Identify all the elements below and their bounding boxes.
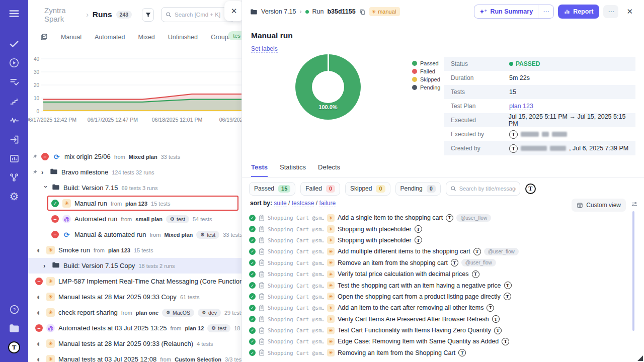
chevron-icon[interactable]: › bbox=[42, 186, 50, 191]
test-row[interactable]: Shopping Cart @sm… Add an item to the ca… bbox=[249, 302, 631, 313]
branch-icon[interactable] bbox=[0, 168, 28, 187]
filter-funnel-button[interactable] bbox=[142, 8, 154, 22]
detail-tab-defects[interactable]: Defects bbox=[318, 163, 340, 177]
run-summary-more-button[interactable]: ⋯ bbox=[538, 5, 553, 18]
run-row[interactable]: Smoke run from plan 123 ⚙ ⚙ 15 tests bbox=[28, 242, 242, 258]
run-tag[interactable]: ⚙MacOS bbox=[162, 309, 194, 317]
run-summary-button[interactable]: ✦⁺ Run Summary bbox=[474, 5, 538, 18]
testcases-check-icon[interactable] bbox=[0, 34, 28, 53]
test-row[interactable]: Shopping Cart @sm… Verify total price ca… bbox=[249, 268, 631, 280]
runs-tab[interactable]: Unfinished bbox=[168, 34, 198, 41]
run-row[interactable]: mix origin 25/06 from Mixed plan ⚙ ⚙ 33 … bbox=[28, 149, 242, 164]
test-title[interactable]: Add multiple different items to the shop… bbox=[338, 248, 470, 255]
test-plan-link[interactable]: plan 123 bbox=[509, 103, 533, 110]
suite-name[interactable]: Shopping Cart @sm… bbox=[268, 226, 324, 232]
test-title[interactable]: Add a single item to the shopping cart bbox=[338, 214, 443, 221]
test-tag-badge[interactable]: @user_flow bbox=[461, 259, 496, 266]
copy-run-id-button[interactable] bbox=[359, 9, 366, 15]
test-row[interactable]: Shopping Cart @sm… Test the shopping car… bbox=[249, 280, 631, 291]
projects-folder-icon[interactable] bbox=[0, 319, 28, 338]
run-tag[interactable]: ⚙test bbox=[166, 215, 189, 223]
select-all-icon[interactable] bbox=[40, 33, 48, 41]
run-type-badge[interactable]: ✳manual bbox=[369, 7, 400, 16]
settings-gear-icon[interactable]: ⚙ bbox=[0, 187, 28, 206]
plans-list-icon[interactable] bbox=[0, 72, 28, 92]
status-filter-button[interactable]: Failed 0 bbox=[300, 182, 340, 196]
test-title[interactable]: Shopping with placeholder bbox=[338, 237, 412, 244]
test-row[interactable]: Shopping Cart @sm… Removing an Item from… bbox=[249, 347, 631, 358]
test-title[interactable]: Remove an item from the shopping cart bbox=[338, 259, 448, 266]
test-tag-badge[interactable]: @user_flow bbox=[484, 248, 519, 255]
tests-search[interactable] bbox=[446, 182, 520, 196]
run-row[interactable]: Automated run from small plan ⚙test ⚙ 54… bbox=[28, 211, 242, 227]
tests-scrollbar[interactable] bbox=[632, 211, 634, 331]
more-actions-button[interactable]: ⋯ bbox=[603, 5, 618, 18]
runs-tab[interactable]: Automated bbox=[95, 34, 125, 41]
tests-search-input[interactable] bbox=[459, 186, 516, 192]
run-tag[interactable]: ⚙dev bbox=[198, 309, 221, 317]
test-row[interactable]: Shopping Cart @sm… Shopping with placeho… bbox=[249, 223, 631, 234]
chevron-icon[interactable]: › bbox=[43, 262, 48, 269]
activity-pulse-icon[interactable] bbox=[0, 111, 28, 130]
test-row[interactable]: Shopping Cart @sm… Add multiple differen… bbox=[249, 246, 631, 257]
run-row[interactable]: › Bravo milestone from ⚙ ⚙ 124 tests 32 … bbox=[28, 164, 242, 180]
test-row[interactable]: Shopping Cart @sm… Shopping with placeho… bbox=[249, 235, 631, 246]
test-title[interactable]: Test the shopping cart with an item havi… bbox=[338, 282, 501, 289]
sort-link-testcase[interactable]: testcase bbox=[292, 200, 314, 207]
run-row[interactable]: Manual run from plan 123 ⚙ ⚙ 15 tests bbox=[28, 196, 242, 211]
run-tag[interactable]: ⚙test bbox=[207, 324, 230, 332]
test-title[interactable]: Verify Cart Items Are Preserved After Br… bbox=[338, 316, 489, 323]
suite-name[interactable]: Shopping Cart @sm… bbox=[268, 271, 324, 277]
run-row[interactable]: LMP-587 Implement Real-Time Chat Messagi… bbox=[28, 274, 242, 289]
test-row[interactable]: Shopping Cart @sm… Add a single item to … bbox=[249, 212, 631, 223]
detail-tab-tests[interactable]: Tests bbox=[251, 163, 268, 177]
runs-tab[interactable]: Manual bbox=[61, 34, 82, 41]
menu-icon[interactable] bbox=[0, 4, 28, 23]
test-row[interactable]: Shopping Cart @sm… Verify Cart Items Are… bbox=[249, 314, 631, 325]
test-tag-badge[interactable]: @user_flow bbox=[456, 214, 491, 222]
set-labels-link[interactable]: Set labels bbox=[251, 45, 278, 53]
panel-close-button[interactable]: ✕ bbox=[224, 1, 242, 21]
test-row[interactable]: Shopping Cart @sm… Remove an item from t… bbox=[249, 257, 631, 268]
suite-name[interactable]: Shopping Cart @sm… bbox=[268, 327, 324, 333]
status-filter-button[interactable]: Passed 15 bbox=[249, 182, 295, 196]
test-title[interactable]: Add an item to the cart after removing a… bbox=[338, 304, 484, 311]
breadcrumb-version[interactable]: Version 7.15 bbox=[261, 8, 296, 15]
status-filter-button[interactable]: Pending 0 bbox=[395, 182, 441, 196]
suite-name[interactable]: Shopping Cart @sm… bbox=[268, 248, 324, 254]
suite-name[interactable]: Shopping Cart @sm… bbox=[268, 316, 324, 322]
breadcrumb-project[interactable]: Zyntra Spark bbox=[44, 6, 82, 23]
help-icon[interactable]: ? bbox=[0, 300, 28, 319]
test-title[interactable]: Open the shopping cart from a product li… bbox=[338, 293, 501, 300]
status-filter-button[interactable]: Skipped 0 bbox=[345, 182, 390, 196]
run-row[interactable]: Automated tests at 03 Jul 2025 13:25 fro… bbox=[28, 320, 242, 336]
run-row[interactable]: Manual tests at 03 Jul 2025 12:08 from C… bbox=[28, 351, 242, 362]
suite-name[interactable]: Shopping Cart @sm… bbox=[268, 350, 324, 356]
suite-name[interactable]: Shopping Cart @sm… bbox=[268, 305, 324, 311]
custom-view-button[interactable]: Custom view bbox=[572, 199, 626, 212]
run-row[interactable]: check report sharing from plan one ⚙MacO… bbox=[28, 305, 242, 320]
account-avatar[interactable]: T bbox=[0, 338, 28, 357]
view-settings-sliders-icon[interactable] bbox=[631, 201, 638, 210]
test-title[interactable]: Verify total price calculation with deci… bbox=[338, 270, 469, 278]
test-row[interactable]: Shopping Cart @sm… Test Cart Functionali… bbox=[249, 325, 631, 336]
suite-name[interactable]: Shopping Cart @sm… bbox=[268, 260, 324, 266]
test-row[interactable]: Shopping Cart @sm… Edge Case: Removing I… bbox=[249, 336, 631, 347]
run-row[interactable]: Manual & automated run from Mixed plan ⚙… bbox=[28, 227, 242, 242]
chevron-icon[interactable]: › bbox=[41, 168, 46, 176]
import-icon[interactable] bbox=[0, 130, 28, 149]
assignee-filter-avatar[interactable]: T bbox=[525, 184, 536, 194]
test-title[interactable]: Edge Case: Removing Item with Same Quant… bbox=[338, 338, 499, 345]
runs-tab[interactable]: Mixed bbox=[138, 34, 154, 41]
suite-name[interactable]: Shopping Cart @sm… bbox=[268, 283, 324, 289]
runs-play-icon[interactable] bbox=[0, 53, 28, 72]
runs-search-input[interactable] bbox=[175, 12, 230, 18]
resize-handle[interactable] bbox=[637, 355, 643, 361]
analytics-icon[interactable] bbox=[0, 149, 28, 168]
suite-name[interactable]: Shopping Cart @sm… bbox=[268, 237, 324, 243]
run-tag[interactable]: ⚙test bbox=[196, 231, 219, 239]
suite-name[interactable]: Shopping Cart @sm… bbox=[268, 338, 324, 344]
report-button[interactable]: Report bbox=[558, 5, 599, 19]
close-detail-button[interactable]: ✕ bbox=[622, 5, 637, 18]
run-row[interactable]: Manual tests at 28 Mar 2025 09:33 (Relau… bbox=[28, 336, 242, 351]
